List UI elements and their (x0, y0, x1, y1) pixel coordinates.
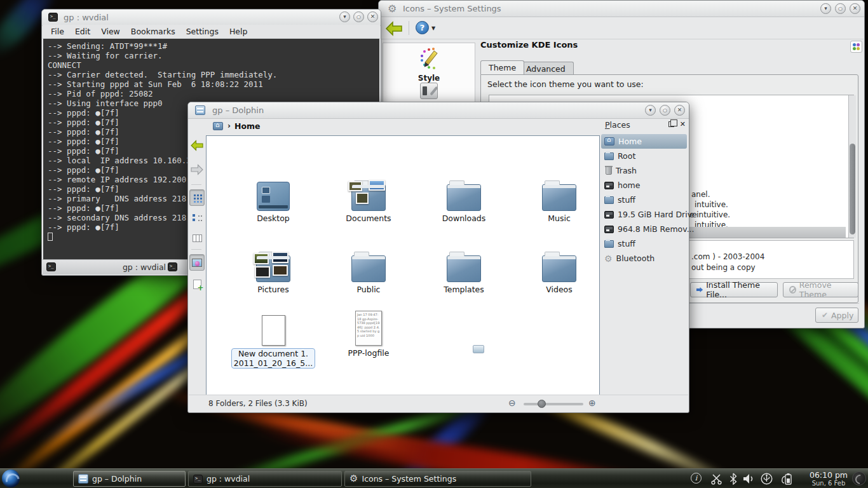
battery-icon[interactable] (780, 473, 793, 485)
columns-view-button[interactable] (189, 230, 205, 247)
file-item-videos[interactable]: Videos (515, 245, 604, 294)
close-button[interactable]: ✕ (367, 11, 378, 22)
place-trash[interactable]: Trash (601, 163, 687, 178)
icons-view-icon (194, 194, 196, 196)
split-view-icon (193, 280, 201, 289)
terminal-line: CONNECT (48, 60, 375, 70)
hardware-icon[interactable] (420, 83, 438, 99)
file-item-downloads[interactable]: Downloads (419, 174, 508, 223)
help-button[interactable]: ? (416, 21, 429, 34)
menu-bookmarks[interactable]: Bookmarks (131, 27, 175, 36)
terminal-titlebar[interactable]: gp : wvdial ▾ ○ ✕ (42, 10, 381, 26)
task-system-settings[interactable]: ⚙ Icons – System Settings (344, 471, 531, 487)
zoom-slider[interactable] (524, 403, 583, 405)
file-item-music[interactable]: Music (515, 174, 604, 223)
zoom-in-icon[interactable]: ⊕ (588, 398, 596, 408)
menu-help[interactable]: Help (229, 27, 248, 36)
menu-view[interactable]: View (101, 27, 120, 36)
tab-advanced[interactable]: Advanced (518, 62, 574, 76)
tab-theme[interactable]: Theme (480, 60, 524, 74)
task-label: gp : wvdial (207, 474, 250, 484)
place-bluetooth[interactable]: ⚙ Bluetooth (601, 251, 687, 266)
dolphin-window: gp – Dolphin ▾ ○ ✕ › Home Desktop (187, 102, 689, 413)
split-view-button[interactable] (189, 276, 205, 292)
volume-icon[interactable] (742, 473, 754, 485)
gear-icon: ⚙ (388, 3, 397, 15)
menu-settings[interactable]: Settings (186, 27, 219, 36)
device-notifier-usb-icon[interactable] (760, 473, 773, 485)
minimize-button[interactable]: ▾ (645, 105, 656, 116)
file-item-documents[interactable]: Documents (324, 174, 413, 223)
remove-icon (789, 286, 796, 294)
minimize-button[interactable]: ▾ (820, 3, 831, 14)
back-button[interactable] (385, 21, 403, 36)
icons-view-button[interactable] (189, 189, 205, 206)
divider (191, 249, 201, 250)
breadcrumb-home[interactable]: Home (234, 121, 261, 131)
place-home-drive[interactable]: home (601, 178, 687, 193)
hard-drive-icon (604, 211, 614, 219)
notifications-icon[interactable]: i (691, 473, 702, 484)
bluetooth-icon[interactable] (729, 473, 737, 485)
folder-icon (604, 240, 614, 248)
scrollbar[interactable] (848, 95, 856, 238)
overview-dots-icon[interactable] (850, 41, 862, 53)
scrollbar-thumb[interactable] (850, 144, 855, 234)
place-root[interactable]: Root (601, 149, 687, 163)
apply-button[interactable]: ✔ Apply (815, 308, 858, 323)
file-item-templates[interactable]: Templates (419, 245, 508, 294)
folder-view[interactable]: Desktop Documents Downloads Music (206, 135, 600, 396)
folder-icon (447, 255, 481, 282)
chevron-down-icon[interactable]: ▼ (431, 25, 435, 31)
details-view-button[interactable] (189, 210, 205, 226)
file-item-pictures[interactable]: Pictures (229, 245, 318, 294)
application-launcher-button[interactable] (2, 470, 20, 487)
place-hard-drive[interactable]: 19.5 GiB Hard Drive (601, 207, 687, 222)
maximize-button[interactable]: ○ (660, 105, 670, 116)
file-item-ppp-logfile[interactable]: Jan 17 09:47:18 gp-Aspire-5738 pppd[1946… (324, 306, 413, 358)
breadcrumb-separator-icon: › (227, 121, 231, 130)
file-item-public[interactable]: Public (324, 245, 413, 294)
dolphin-titlebar[interactable]: gp – Dolphin ▾ ○ ✕ (188, 102, 689, 119)
menu-edit[interactable]: Edit (75, 27, 90, 36)
menu-file[interactable]: File (51, 27, 64, 36)
clock[interactable]: 06:10 pm Sun, 6 Feb (808, 470, 849, 487)
home-folder-icon[interactable] (213, 122, 223, 130)
place-stuff-2[interactable]: stuff (601, 236, 687, 251)
file-item-desktop[interactable]: Desktop (229, 174, 318, 223)
tab-list-button[interactable] (168, 262, 177, 271)
task-dolphin[interactable]: gp – Dolphin (73, 471, 186, 487)
maximize-button[interactable]: ○ (353, 11, 364, 22)
install-theme-file-button[interactable]: Install Theme File... (690, 282, 778, 297)
maximize-button[interactable]: ○ (835, 3, 846, 14)
remove-theme-button[interactable]: Remove Theme (783, 282, 858, 297)
preview-button[interactable] (189, 254, 205, 271)
task-wvdial[interactable]: gp : wvdial (188, 471, 342, 487)
terminal-line: --> Pid of pppd: 25082 (48, 89, 375, 98)
dolphin-statusbar: 8 Folders, 2 Files (3.3 KiB) ⊖ ⊕ (189, 395, 688, 412)
settings-titlebar[interactable]: ⚙ Icons – System Settings ▾ ○ ✕ (379, 1, 864, 17)
terminal-window-title: gp : wvdial (64, 10, 109, 26)
close-button[interactable]: ✕ (850, 3, 860, 14)
icon-theme-select-label: Select the icon theme you want to use: (487, 79, 644, 89)
place-home[interactable]: Home (601, 134, 687, 149)
back-button[interactable] (189, 137, 205, 154)
terminal-line: --> Waiting for carrier. (48, 51, 375, 60)
new-tab-button[interactable] (46, 262, 56, 271)
place-removable-drive[interactable]: 964.8 MiB Remov... (601, 222, 687, 236)
file-item-new-document[interactable]: New document 1. 2011_01_20_16_5... (229, 306, 318, 369)
close-panel-icon[interactable]: ✕ (680, 120, 686, 128)
panel-toolbox-cashew-icon[interactable] (852, 471, 866, 485)
place-stuff[interactable]: stuff (601, 193, 687, 207)
checkmark-icon: ✔ (822, 311, 828, 320)
float-panel-icon[interactable] (668, 121, 674, 127)
klipper-scissors-icon[interactable] (710, 473, 722, 485)
sidebar-item-style[interactable]: Style (383, 47, 475, 83)
close-button[interactable]: ✕ (674, 105, 685, 116)
minimize-button[interactable]: ▾ (339, 11, 350, 22)
zoom-slider-handle[interactable] (538, 400, 546, 408)
terminal-cursor (48, 233, 53, 241)
folder-icon (604, 196, 614, 204)
forward-button[interactable] (189, 161, 205, 178)
zoom-out-icon[interactable]: ⊖ (508, 398, 516, 408)
